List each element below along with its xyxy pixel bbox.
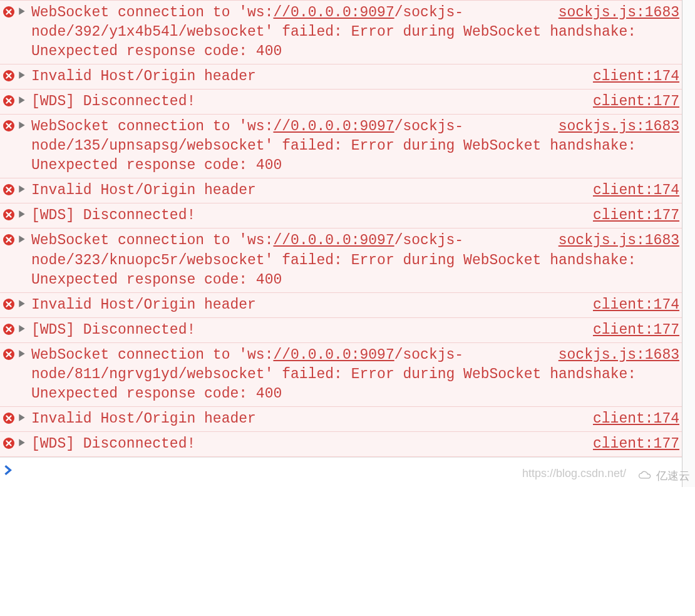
error-icon — [0, 295, 18, 311]
source-link[interactable]: client:174 — [593, 409, 679, 429]
error-icon — [0, 67, 18, 82]
source-link[interactable]: client:177 — [593, 92, 679, 111]
error-text: Invalid Host/Origin header — [31, 182, 256, 198]
disclosure-triangle-icon[interactable] — [18, 409, 31, 422]
disclosure-triangle-icon[interactable] — [18, 231, 31, 244]
vertical-scrollbar[interactable] — [682, 0, 695, 487]
console-prompt-icon — [3, 463, 14, 482]
console-error-row[interactable]: client:174Invalid Host/Origin header — [0, 178, 682, 203]
error-message: client:177[WDS] Disconnected! — [31, 434, 682, 454]
watermark: 亿速云 — [637, 468, 690, 483]
ws-url-link[interactable]: //0.0.0.0:9097 — [273, 118, 394, 135]
error-icon — [0, 3, 18, 18]
error-text-pre: WebSocket connection to 'ws: — [31, 4, 273, 21]
source-link[interactable]: sockjs.js:1683 — [559, 346, 679, 365]
ws-url-link[interactable]: //0.0.0.0:9097 — [273, 232, 394, 249]
disclosure-triangle-icon[interactable] — [18, 117, 31, 130]
console-error-row[interactable]: sockjs.js:1683WebSocket connection to 'w… — [0, 228, 682, 292]
disclosure-triangle-icon[interactable] — [18, 92, 31, 105]
source-link[interactable]: client:174 — [593, 181, 679, 200]
error-text-pre: WebSocket connection to 'ws: — [31, 232, 273, 249]
disclosure-triangle-icon[interactable] — [18, 434, 31, 447]
disclosure-triangle-icon[interactable] — [18, 3, 31, 16]
source-link[interactable]: sockjs.js:1683 — [559, 3, 679, 23]
error-text-pre: WebSocket connection to 'ws: — [31, 118, 273, 135]
error-message: sockjs.js:1683WebSocket connection to 'w… — [31, 117, 682, 175]
source-link[interactable]: client:174 — [593, 295, 679, 315]
console-error-row[interactable]: client:177[WDS] Disconnected! — [0, 89, 682, 115]
error-icon — [0, 92, 18, 107]
console-error-row[interactable]: sockjs.js:1683WebSocket connection to 'w… — [0, 342, 682, 407]
console-error-row[interactable]: sockjs.js:1683WebSocket connection to 'w… — [0, 0, 682, 64]
console-error-row[interactable]: client:177[WDS] Disconnected! — [0, 203, 682, 228]
disclosure-triangle-icon[interactable] — [18, 67, 31, 80]
error-message: client:177[WDS] Disconnected! — [31, 206, 682, 225]
watermark-text: 亿速云 — [656, 468, 690, 483]
error-icon — [0, 409, 18, 424]
disclosure-triangle-icon[interactable] — [18, 206, 31, 218]
source-link[interactable]: client:177 — [593, 206, 679, 225]
source-link[interactable]: client:177 — [593, 321, 679, 340]
error-text-pre: WebSocket connection to 'ws: — [31, 347, 273, 363]
error-message: sockjs.js:1683WebSocket connection to 'w… — [31, 3, 682, 61]
console-error-row[interactable]: sockjs.js:1683WebSocket connection to 'w… — [0, 114, 682, 178]
error-icon — [0, 434, 18, 449]
error-message: client:177[WDS] Disconnected! — [31, 92, 682, 111]
error-text: Invalid Host/Origin header — [31, 411, 256, 427]
console-error-row[interactable]: client:174Invalid Host/Origin header — [0, 292, 682, 318]
error-text: [WDS] Disconnected! — [31, 207, 195, 223]
console-error-row[interactable]: client:177[WDS] Disconnected! — [0, 317, 682, 343]
error-message: client:174Invalid Host/Origin header — [31, 295, 682, 315]
source-link[interactable]: sockjs.js:1683 — [559, 117, 679, 136]
footer-url-text: https://blog.csdn.net/ — [522, 466, 626, 481]
error-message: client:174Invalid Host/Origin header — [31, 409, 682, 429]
error-icon — [0, 346, 18, 361]
error-text: [WDS] Disconnected! — [31, 93, 195, 110]
error-icon — [0, 206, 18, 221]
error-message: sockjs.js:1683WebSocket connection to 'w… — [31, 231, 682, 289]
disclosure-triangle-icon[interactable] — [18, 346, 31, 358]
console-error-row[interactable]: client:174Invalid Host/Origin header — [0, 406, 682, 432]
console-log-area: sockjs.js:1683WebSocket connection to 'w… — [0, 0, 682, 487]
disclosure-triangle-icon[interactable] — [18, 295, 31, 308]
error-message: sockjs.js:1683WebSocket connection to 'w… — [31, 346, 682, 404]
ws-url-link[interactable]: //0.0.0.0:9097 — [273, 347, 394, 363]
console-error-row[interactable]: client:174Invalid Host/Origin header — [0, 64, 682, 90]
error-text: Invalid Host/Origin header — [31, 297, 256, 313]
error-text: [WDS] Disconnected! — [31, 436, 195, 452]
source-link[interactable]: client:177 — [593, 434, 679, 454]
disclosure-triangle-icon[interactable] — [18, 181, 31, 193]
ws-url-link[interactable]: //0.0.0.0:9097 — [273, 4, 394, 21]
error-icon — [0, 181, 18, 196]
error-message: client:174Invalid Host/Origin header — [31, 67, 682, 86]
error-text: Invalid Host/Origin header — [31, 68, 256, 85]
error-message: client:177[WDS] Disconnected! — [31, 321, 682, 340]
source-link[interactable]: sockjs.js:1683 — [559, 231, 679, 250]
error-icon — [0, 231, 18, 246]
disclosure-triangle-icon[interactable] — [18, 321, 31, 333]
error-message: client:174Invalid Host/Origin header — [31, 181, 682, 200]
error-icon — [0, 321, 18, 336]
error-icon — [0, 117, 18, 132]
source-link[interactable]: client:174 — [593, 67, 679, 86]
error-text: [WDS] Disconnected! — [31, 322, 195, 338]
console-error-row[interactable]: client:177[WDS] Disconnected! — [0, 431, 682, 457]
